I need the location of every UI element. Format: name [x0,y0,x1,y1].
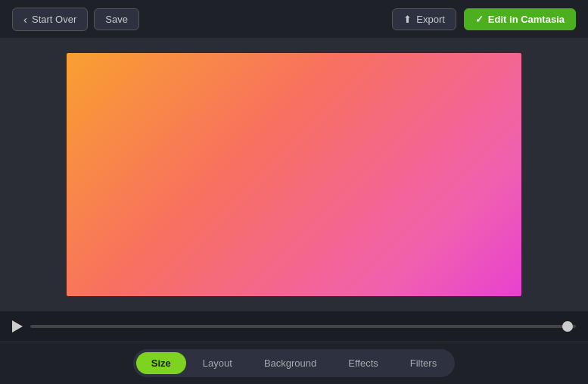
tab-size[interactable]: Size [136,352,186,374]
timeline-bar [0,311,588,342]
start-over-button[interactable]: ‹ Start Over [12,8,88,31]
edit-camtasia-label: Edit in Camtasia [488,14,565,25]
scrubber-track[interactable] [30,325,576,328]
tab-layout[interactable]: Layout [188,352,247,374]
export-label: Export [416,14,445,25]
save-label: Save [105,14,128,25]
scrubber-thumb[interactable] [562,321,573,332]
chevron-left-icon: ‹ [23,13,27,26]
play-icon [12,320,23,332]
edit-in-camtasia-button[interactable]: ✓ Edit in Camtasia [464,8,576,30]
start-over-label: Start Over [32,14,76,25]
tab-filters[interactable]: Filters [395,352,452,374]
toolbar-right: ⬆ Export ✓ Edit in Camtasia [392,8,576,30]
tab-background[interactable]: Background [249,352,331,374]
check-icon: ✓ [475,14,484,25]
canvas-area [0,38,588,311]
export-button[interactable]: ⬆ Export [392,8,456,30]
upload-icon: ⬆ [403,14,412,25]
save-button[interactable]: Save [94,8,139,30]
tabs-container: Size Layout Background Effects Filters [133,349,455,377]
play-button[interactable] [12,320,23,332]
bottom-tabs: Size Layout Background Effects Filters [0,342,588,384]
toolbar-left: ‹ Start Over Save [12,8,139,31]
tab-effects[interactable]: Effects [333,352,394,374]
preview-canvas [67,53,521,296]
toolbar: ‹ Start Over Save ⬆ Export ✓ Edit in Cam… [0,0,588,38]
